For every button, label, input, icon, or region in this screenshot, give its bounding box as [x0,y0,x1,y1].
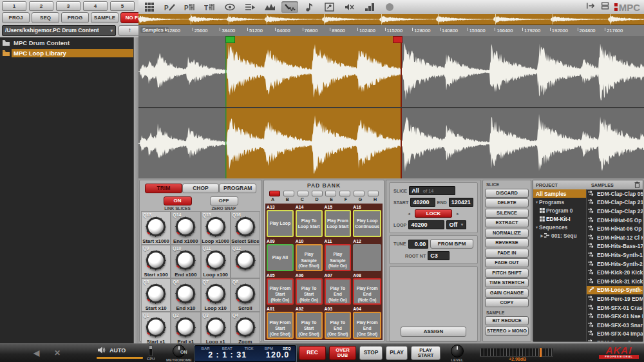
bank-button-d[interactable] [312,191,323,196]
folder-item[interactable]: MPC Drum Content [0,37,133,48]
bank-button-g[interactable] [354,191,365,196]
record-icon[interactable] [381,1,398,13]
sample-item[interactable]: EDM-Hits-Synth-14 Sy [587,251,643,260]
hotlist-button-4[interactable]: 4 [83,1,108,11]
sample-item[interactable]: EDM-Hits-Synth-22 Sy [587,260,643,269]
bank-button-f[interactable] [339,191,350,196]
knob-face[interactable] [236,251,255,270]
pad-a09[interactable]: Play All [267,244,294,271]
bank-button-c[interactable] [298,191,308,196]
knob-q3[interactable] [205,317,226,338]
toggle-button[interactable]: OFF [210,196,238,205]
pad-a08[interactable]: Play From End(Note On) [353,278,381,305]
lock-left-arrow-icon[interactable]: ◄ [407,212,411,216]
action-copy[interactable]: COPY [485,298,529,307]
pad-a15[interactable]: Play From Loop Start [325,210,352,237]
knob-q4[interactable] [235,317,256,338]
knob-q13[interactable] [146,216,166,237]
tree-item[interactable]: Program 0 [533,206,586,214]
pad-a14[interactable]: Play To Loop Start [296,210,323,237]
sample-item[interactable]: EDM-Kick-31 Kick F# [587,277,643,286]
knob-q15[interactable] [205,216,226,237]
knob-face[interactable] [236,217,255,236]
expand-arrow-icon[interactable]: ▼ [535,225,539,229]
sample-item[interactable]: EDM-SFX-01 Nse Burs [587,312,643,321]
sample-item[interactable]: EDM-Hits-Bass-17 BH [587,242,643,251]
tree-item[interactable]: ▼Programs [533,198,586,206]
tree-item[interactable]: EDM-Kit-I [533,214,586,223]
knob-q8[interactable] [235,283,256,304]
pad-a01[interactable]: Play From Start(One Shot) [267,312,294,339]
tune-field[interactable]: 0.00 [408,240,429,249]
assign-button[interactable]: ASSIGN [401,327,466,337]
program-sliders-icon[interactable]: P [182,1,198,13]
knob-q1[interactable] [146,317,166,338]
marker-pen-icon[interactable]: P [162,1,178,13]
eye-icon[interactable] [222,1,238,13]
action-extract[interactable]: EXTRACT [485,218,529,227]
selection-start-handle[interactable] [225,36,235,43]
pad-a07[interactable]: Play To End(Note On) [325,278,352,305]
bank-button-h[interactable] [368,191,379,196]
waveform-channel-right[interactable] [138,108,644,178]
hotlist-button-1[interactable]: 1 [2,1,26,11]
tree-item[interactable]: ▶001: Sequ [533,231,586,240]
knob-q6[interactable] [175,283,196,304]
tab-chop[interactable]: CHOP [182,184,220,193]
level-knob[interactable] [451,345,464,357]
knob-q16[interactable] [235,216,256,237]
sample-item[interactable]: EDM-Clap-Clap 22 [587,207,643,216]
action-delete[interactable]: DELETE [485,198,529,207]
bank-button-b[interactable] [283,191,294,196]
hotlist-button-3[interactable]: 3 [56,1,80,11]
close-icon[interactable]: ✕ [54,348,61,357]
knob-q14[interactable] [175,216,196,237]
knob-face[interactable] [206,318,225,337]
selection-end-handle[interactable] [393,36,402,43]
sample-item[interactable]: EDM-SFX-03 Snare FX [587,321,643,330]
knob-face[interactable] [146,284,166,303]
knob-q12[interactable] [235,250,256,271]
song-note-icon[interactable] [301,1,318,13]
tree-item[interactable]: ▼Sequences [533,223,586,231]
action-fade-out[interactable]: FADE OUT [485,258,529,267]
hotlist-button-2[interactable]: 2 [29,1,53,11]
action-silence[interactable]: SILENCE [485,209,529,218]
knob-face[interactable] [176,217,195,236]
pad-a10[interactable]: Play Sample(One Shot) [296,244,323,271]
filter-button-prog[interactable]: PROG [61,12,89,23]
knob-face[interactable] [146,217,166,236]
transport-stop-button[interactable]: STOP [359,346,383,360]
knob-q10[interactable] [175,250,196,271]
knob-face[interactable] [206,217,225,236]
transport-play-button[interactable]: PLAY [386,346,408,360]
sample-item[interactable]: EDM-Snare-Snare 14 [587,338,643,341]
knob-q5[interactable] [146,283,166,304]
sample-item[interactable]: EDM-Clap-Clap 21 [587,198,643,207]
previous-icon[interactable]: ◀ [33,348,39,357]
slice-select[interactable]: Allof 14 [409,186,455,195]
knob-face[interactable] [176,284,195,303]
waveform-editor[interactable] [138,36,644,178]
action-time-stretch[interactable]: TIME STRETCH [485,278,529,287]
bank-button-e[interactable] [325,191,336,196]
sample-item[interactable]: EDM-Kick-20 Kick A [587,268,643,277]
lock-right-arrow-icon[interactable]: ► [456,212,460,216]
action-gain-change[interactable]: GAIN CHANGE [485,289,529,298]
sample-item[interactable]: EDM-HiHat-06 Op Hat [587,224,643,233]
pad-a13[interactable]: Play Loop [267,210,294,237]
pad-a05[interactable]: Play From Start(Note On) [267,278,294,305]
knob-face[interactable] [176,251,195,270]
mixer-wave-icon[interactable] [261,1,278,13]
knob-face[interactable] [176,318,195,337]
pad-a11[interactable]: Play Sample(Note On) [325,244,352,271]
waveform-overview[interactable] [138,14,644,25]
knob-face[interactable] [146,251,166,270]
export-arrow-icon[interactable] [586,1,596,14]
track-play-icon[interactable] [242,1,258,13]
loop-mode-dropdown[interactable]: Off▼ [446,220,466,229]
action-pitch-shift[interactable]: PITCH SHIFT [485,269,529,278]
transport-play-start-button[interactable]: PLAY START [411,346,440,360]
knob-face[interactable] [146,318,166,337]
action-normalize[interactable]: NORMALIZE [485,229,529,238]
